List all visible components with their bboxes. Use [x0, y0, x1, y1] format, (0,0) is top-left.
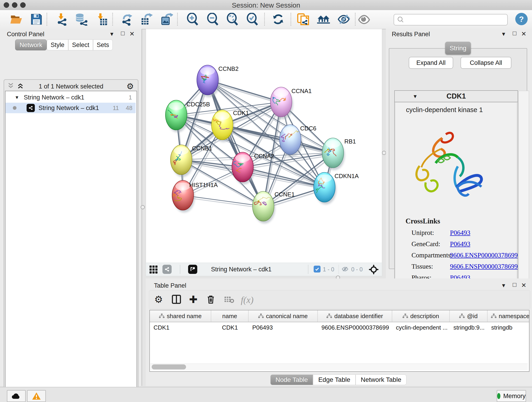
string-results-box: Expand All Collapse All ▼ CDK1 cyclin-de…: [389, 48, 527, 269]
protein-card-header[interactable]: ▼ CDK1: [395, 91, 518, 102]
hidden-eye-slash-icon[interactable]: [341, 266, 349, 273]
crosslink-label: Uniprot:: [412, 229, 450, 236]
import-network-icon[interactable]: [56, 13, 69, 26]
export-table-icon[interactable]: [140, 13, 153, 26]
table-cell[interactable]: stringdb: [488, 324, 530, 331]
panel-menu-icon[interactable]: ▾: [500, 282, 508, 289]
zoom-selected-icon[interactable]: [246, 13, 259, 26]
tab-network[interactable]: Network: [15, 39, 47, 51]
column-header-namespace[interactable]: namespace: [488, 310, 530, 322]
cloud-status-button[interactable]: [7, 390, 26, 402]
float-panel-icon[interactable]: □: [119, 30, 127, 37]
zoom-fit-icon[interactable]: [226, 13, 239, 26]
table-settings-gear-icon[interactable]: ⚙: [153, 294, 164, 305]
table-cell[interactable]: 9606.ENSP00000378699: [318, 324, 392, 331]
delete-table-icon[interactable]: [223, 294, 235, 305]
export-image-icon[interactable]: [160, 13, 173, 26]
network-row-selected[interactable]: String Network – cdk1 11 48: [6, 103, 136, 113]
float-panel-icon[interactable]: □: [510, 281, 519, 288]
column-header-name[interactable]: name: [211, 310, 249, 322]
birdseye-grid-icon[interactable]: [149, 265, 158, 274]
column-header-canonical-name[interactable]: canonical name: [249, 310, 318, 322]
network-options-gear-icon[interactable]: ⚙: [127, 82, 134, 91]
network-list: ▼ String Network – cdk1 1 String Network…: [5, 91, 137, 402]
close-panel-icon[interactable]: ✕: [520, 30, 528, 38]
import-network-from-database-icon[interactable]: [75, 13, 88, 26]
column-header-description[interactable]: description: [392, 310, 450, 322]
search-input[interactable]: [406, 15, 507, 25]
import-table-icon[interactable]: [95, 13, 108, 26]
status-bar: Memory: [0, 387, 532, 402]
open-in-new-window-icon[interactable]: [188, 265, 197, 274]
show-columns-icon[interactable]: [171, 294, 182, 305]
tab-sets[interactable]: Sets: [93, 39, 113, 51]
float-panel-icon[interactable]: □: [510, 30, 519, 37]
panel-menu-icon[interactable]: ▾: [108, 30, 116, 38]
table-panel-title: Table Panel: [154, 282, 186, 289]
center-view-crosshair-icon[interactable]: [369, 264, 379, 274]
tissues-link[interactable]: 9606.ENSP00000378699: [450, 263, 518, 270]
column-header-shared-name[interactable]: shared name: [150, 310, 211, 322]
network-view-title: String Network – cdk1: [211, 266, 272, 273]
refresh-icon[interactable]: [272, 13, 285, 26]
column-header--id[interactable]: @id: [450, 310, 488, 322]
tab-string[interactable]: String: [445, 42, 471, 55]
genecard-link[interactable]: P06493: [450, 240, 518, 248]
save-session-icon[interactable]: [30, 13, 43, 26]
hide-glass-eye-icon[interactable]: [337, 13, 350, 26]
warning-status-button[interactable]: [27, 390, 46, 402]
column-header-database-identifier[interactable]: database identifier: [318, 310, 392, 322]
help-icon[interactable]: ?: [515, 13, 528, 25]
table-toolbar: ⚙ ✚ f(x): [149, 290, 530, 308]
collapse-entry-icon[interactable]: ▼: [413, 94, 418, 99]
table-cell[interactable]: cyclin-dependent ...: [392, 324, 450, 331]
compartments-link[interactable]: 9606.ENSP00000378699: [450, 251, 518, 259]
table-cell[interactable]: P06493: [249, 324, 318, 331]
expand-all-button[interactable]: Expand All: [409, 57, 453, 69]
left-splitter-handle[interactable]: [141, 205, 145, 209]
tab-network-table[interactable]: Network Table: [355, 375, 406, 385]
search-icon: [397, 16, 405, 24]
open-session-icon[interactable]: [10, 13, 23, 26]
node-label: CCNA1: [291, 88, 312, 95]
toolbar-separator: [355, 13, 355, 26]
duplicate-network-icon[interactable]: [297, 13, 310, 26]
export-network-icon[interactable]: [120, 13, 133, 26]
collapse-all-button[interactable]: Collapse All: [461, 57, 511, 69]
results-scrollbar[interactable]: [519, 91, 529, 285]
memory-button[interactable]: Memory: [497, 390, 526, 402]
table-horizontal-scrollbar[interactable]: [150, 364, 528, 370]
function-builder-fx-icon[interactable]: f(x): [241, 294, 254, 305]
network-canvas[interactable]: CCNB2 CCNA1 CDC25B CDK1 CDC6: [146, 29, 382, 263]
toolbar-separator: [264, 13, 265, 26]
selected-checkbox-icon[interactable]: [314, 266, 321, 273]
network-collection-row[interactable]: ▼ String Network – cdk1 1: [6, 92, 136, 103]
create-column-plus-icon[interactable]: ✚: [188, 294, 199, 305]
tab-node-table[interactable]: Node Table: [270, 375, 313, 385]
table-cell[interactable]: CDK1: [150, 324, 211, 331]
zoom-in-icon[interactable]: [186, 13, 199, 26]
tab-style[interactable]: Style: [47, 39, 68, 51]
node-label: CCNE1: [274, 191, 295, 198]
table-row[interactable]: CDK1CDK1P064939606.ENSP00000378699cyclin…: [150, 322, 529, 333]
delete-column-trash-icon[interactable]: [205, 294, 216, 305]
close-panel-icon[interactable]: ✕: [128, 30, 136, 38]
table-panel: Table Panel ▾ □ ✕ ⚙ ✚ f(x) shared namena…: [146, 279, 532, 386]
protein-structure-image: [409, 128, 487, 206]
tab-edge-table[interactable]: Edge Table: [313, 375, 355, 385]
close-panel-icon[interactable]: ✕: [520, 282, 528, 289]
string-view-icon[interactable]: [162, 265, 172, 274]
uniprot-link[interactable]: P06493: [450, 229, 518, 236]
table-cell[interactable]: stringdb:9...: [450, 324, 488, 331]
zoom-out-icon[interactable]: [206, 13, 220, 26]
table-cell[interactable]: CDK1: [211, 324, 249, 331]
tree-expanded-icon[interactable]: ▼: [15, 95, 19, 100]
scrollbar-thumb[interactable]: [152, 364, 186, 370]
right-splitter-handle[interactable]: [382, 151, 386, 155]
string-home-icon[interactable]: [317, 13, 330, 26]
tab-select[interactable]: Select: [68, 39, 93, 51]
node-label: CDK1: [233, 109, 249, 116]
results-panel-title: Results Panel: [392, 31, 430, 38]
panel-menu-icon[interactable]: ▾: [500, 30, 508, 38]
eye-icon[interactable]: [357, 13, 371, 26]
